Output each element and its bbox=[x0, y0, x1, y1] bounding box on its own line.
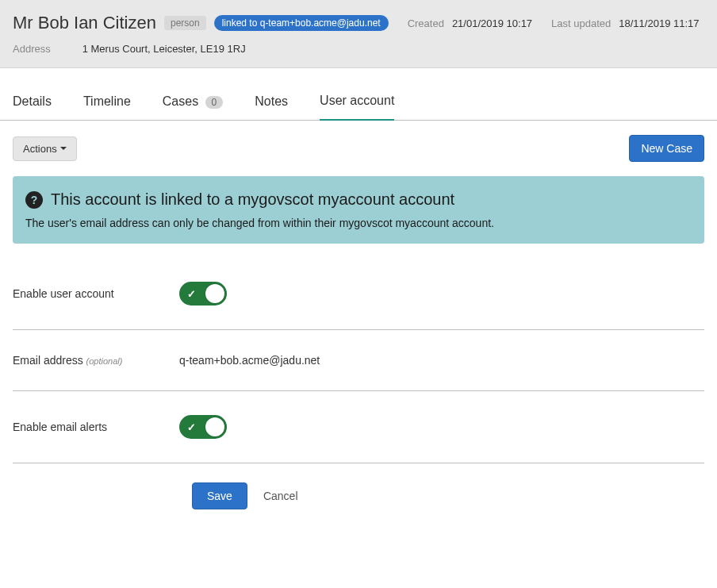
created-label: Created bbox=[408, 17, 444, 29]
cancel-button[interactable]: Cancel bbox=[263, 490, 298, 502]
tab-timeline[interactable]: Timeline bbox=[83, 83, 131, 120]
alert-title: This account is linked to a mygovscot my… bbox=[51, 190, 454, 209]
linked-account-alert: ? This account is linked to a mygovscot … bbox=[13, 176, 704, 244]
enable-account-label: Enable user account bbox=[13, 287, 179, 300]
row-email: Email address (optional) q-team+bob.acme… bbox=[13, 330, 704, 391]
row-enable-account: Enable user account ✓ bbox=[13, 258, 704, 330]
email-value: q-team+bob.acme@jadu.net bbox=[179, 354, 320, 367]
tab-details[interactable]: Details bbox=[13, 83, 52, 120]
caret-down-icon bbox=[60, 147, 67, 150]
address-label: Address bbox=[13, 43, 51, 55]
form-section: Enable user account ✓ Email address (opt… bbox=[0, 258, 717, 528]
actions-label: Actions bbox=[23, 143, 57, 155]
enable-account-toggle[interactable]: ✓ bbox=[179, 282, 227, 306]
tab-cases-label: Cases bbox=[163, 94, 198, 108]
toggle-knob bbox=[205, 284, 224, 303]
header-sub-row: Address 1 Merus Court, Leicester, LE19 1… bbox=[13, 43, 704, 55]
linked-email-tag: linked to q-team+bob.acme@jadu.net bbox=[214, 15, 389, 31]
tab-user-account[interactable]: User account bbox=[320, 83, 394, 121]
action-row: Actions New Case bbox=[0, 121, 717, 162]
save-button[interactable]: Save bbox=[192, 482, 247, 509]
person-type-tag: person bbox=[164, 16, 206, 30]
enable-alerts-label: Enable email alerts bbox=[13, 421, 179, 433]
updated-label: Last updated bbox=[551, 17, 611, 29]
new-case-button[interactable]: New Case bbox=[629, 135, 704, 162]
email-label: Email address bbox=[13, 354, 83, 367]
created-value: 21/01/2019 10:17 bbox=[452, 17, 532, 29]
tab-notes[interactable]: Notes bbox=[255, 83, 288, 120]
check-icon: ✓ bbox=[187, 288, 196, 300]
address-value: 1 Merus Court, Leicester, LE19 1RJ bbox=[82, 43, 246, 55]
tabstrip: Details Timeline Cases 0 Notes User acco… bbox=[0, 83, 717, 121]
email-label-wrap: Email address (optional) bbox=[13, 354, 179, 367]
info-icon: ? bbox=[25, 191, 43, 209]
alert-title-row: ? This account is linked to a mygovscot … bbox=[25, 190, 692, 209]
row-enable-alerts: Enable email alerts ✓ bbox=[13, 391, 704, 463]
actions-button[interactable]: Actions bbox=[13, 136, 77, 161]
check-icon: ✓ bbox=[187, 421, 196, 433]
page-header: Mr Bob Ian Citizen person linked to q-te… bbox=[0, 0, 717, 68]
toggle-knob bbox=[205, 417, 224, 436]
tab-cases-count: 0 bbox=[205, 96, 224, 109]
enable-alerts-toggle[interactable]: ✓ bbox=[179, 415, 227, 439]
person-name: Mr Bob Ian Citizen bbox=[13, 13, 156, 33]
form-actions: Save Cancel bbox=[13, 463, 704, 528]
updated-value: 18/11/2019 11:17 bbox=[619, 17, 699, 29]
tab-cases[interactable]: Cases 0 bbox=[163, 83, 224, 120]
alert-text: The user's email address can only be cha… bbox=[25, 217, 692, 229]
header-top-row: Mr Bob Ian Citizen person linked to q-te… bbox=[13, 13, 704, 33]
email-optional: (optional) bbox=[86, 356, 123, 366]
